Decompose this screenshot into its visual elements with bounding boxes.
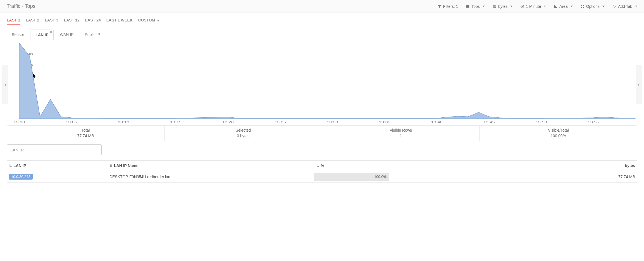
custom-label: CUSTOM (138, 18, 155, 22)
time-tab-last-1-week[interactable]: LAST 1 WEEK (106, 18, 133, 25)
time-tab-last-12[interactable]: LAST 12 (64, 18, 80, 25)
chart-area: ‹ › 5 MB10 MB15 MB20 MB25 MB30 MB13:0013… (0, 40, 644, 124)
table-header-lan-ip[interactable]: ⇅LAN IP (7, 161, 107, 171)
tops-label: Tops (471, 4, 480, 9)
summary-selected: Selected 0 bytes (164, 126, 322, 141)
svg-text:13:00: 13:00 (13, 120, 25, 124)
chevron-down-icon (510, 6, 512, 7)
summary-visible-rows-value: 1 (322, 134, 480, 138)
svg-text:13:50: 13:50 (536, 120, 547, 124)
unit-label: bytes (498, 4, 507, 9)
time-range-tabs: LAST 1 LAST 2 LAST 3 LAST 12 LAST 24 LAS… (0, 13, 644, 25)
table-header-percent[interactable]: ⇅% (314, 161, 389, 171)
cell-lan-ip-name: DESKTOP-F9N354U.redborder.lan (107, 171, 314, 183)
sort-icon: ⇅ (109, 164, 112, 168)
close-icon[interactable]: ✕ (50, 30, 52, 34)
chevron-down-icon (483, 6, 485, 7)
svg-text:13:35: 13:35 (379, 120, 390, 124)
chevron-down-icon (571, 6, 573, 7)
ip-badge[interactable]: 10.0.30.248 (9, 174, 33, 180)
sub-tab-sensor[interactable]: Sensor (7, 30, 29, 40)
chart-icon (554, 4, 558, 8)
svg-text:13:10: 13:10 (118, 120, 129, 124)
tag-icon (612, 4, 616, 8)
clock-icon (520, 4, 524, 8)
th-label: LAN IP (13, 163, 26, 168)
th-label: % (321, 163, 324, 168)
sub-tab-public-ip[interactable]: Public IP (80, 30, 105, 40)
sub-tab-lan-ip[interactable]: LAN IP ✕ (30, 30, 54, 40)
chart-type-label: Area (559, 4, 568, 9)
list-icon (466, 4, 470, 8)
toolbar: Filters: 1 Tops bytes 1 Minute Area (438, 4, 637, 9)
chevron-down-icon (157, 20, 159, 21)
summary-visible-total-value: 100.00% (480, 134, 637, 138)
time-tab-last-24[interactable]: LAST 24 (85, 18, 101, 25)
sort-icon: ⇅ (9, 164, 12, 168)
time-tab-custom[interactable]: CUSTOM (138, 18, 159, 25)
grid-icon (581, 4, 585, 8)
chart-next-button[interactable]: › (636, 65, 642, 104)
svg-text:13:15: 13:15 (170, 120, 182, 124)
time-tab-last-3[interactable]: LAST 3 (45, 18, 58, 25)
sub-tab-label: LAN IP (35, 33, 48, 37)
summary-total-label: Total (7, 128, 164, 134)
summary-selected-label: Selected (164, 128, 322, 134)
filter-icon (438, 4, 442, 8)
filter-input-wrap (7, 144, 637, 155)
summary-visible-total: Visible/Total 100.00% (480, 126, 637, 141)
granularity-dropdown[interactable]: 1 Minute (520, 4, 546, 9)
summary-total-value: 77.74 MB (7, 134, 164, 138)
globe-icon (493, 4, 497, 8)
summary-row: Total 77.74 MB Selected 0 bytes Visible … (7, 125, 637, 141)
chevron-down-icon (635, 6, 637, 7)
table-row[interactable]: 10.0.30.248 DESKTOP-F9N354U.redborder.la… (7, 171, 637, 183)
sub-tab-wan-ip[interactable]: WAN IP (55, 30, 78, 40)
th-label: bytes (625, 163, 635, 168)
page-title: Traffic - Tops (7, 3, 35, 9)
svg-text:13:30: 13:30 (327, 120, 338, 124)
svg-text:13:05: 13:05 (66, 120, 77, 124)
cell-percent: 100.0% (314, 171, 389, 183)
time-tab-last-1[interactable]: LAST 1 (7, 18, 20, 25)
add-tab-button[interactable]: Add Tab (612, 4, 637, 9)
options-dropdown[interactable]: Options (581, 4, 605, 9)
unit-dropdown[interactable]: bytes (493, 4, 512, 9)
add-tab-label: Add Tab (618, 4, 632, 9)
summary-visible-rows: Visible Rows 1 (322, 126, 480, 141)
th-label: LAN IP Name (114, 163, 139, 168)
table-header-lan-ip-name[interactable]: ⇅LAN IP Name (107, 161, 314, 171)
chart-prev-button[interactable]: ‹ (2, 65, 8, 104)
chevron-down-icon (602, 6, 605, 7)
sub-tabs: Sensor LAN IP ✕ WAN IP Public IP (7, 30, 637, 40)
svg-text:13:25: 13:25 (275, 120, 286, 124)
svg-text:13:40: 13:40 (431, 120, 443, 124)
summary-total: Total 77.74 MB (7, 126, 164, 141)
options-label: Options (586, 4, 600, 9)
svg-text:13:55: 13:55 (588, 120, 599, 124)
sort-icon: ⇅ (316, 164, 319, 168)
percent-bar: 100.0% (314, 173, 389, 181)
lan-ip-filter-input[interactable] (7, 144, 102, 155)
table-header-bytes[interactable]: bytes (389, 161, 637, 171)
svg-text:13:20: 13:20 (222, 120, 234, 124)
chevron-down-icon (544, 6, 546, 7)
traffic-chart[interactable]: 5 MB10 MB15 MB20 MB25 MB30 MB13:0013:051… (7, 43, 637, 124)
tops-dropdown[interactable]: Tops (466, 4, 485, 9)
summary-visible-total-label: Visible/Total (480, 128, 637, 134)
data-table: ⇅LAN IP ⇅LAN IP Name ⇅% bytes 10.0.30.24… (7, 160, 637, 183)
svg-point-2 (613, 5, 614, 6)
cell-bytes: 77.74 MB (389, 171, 637, 183)
filters-button[interactable]: Filters: 1 (438, 4, 458, 9)
time-tab-last-2[interactable]: LAST 2 (26, 18, 39, 25)
filters-label: Filters: 1 (443, 4, 458, 9)
granularity-label: 1 Minute (526, 4, 541, 9)
summary-visible-rows-label: Visible Rows (322, 128, 480, 134)
summary-selected-value: 0 bytes (164, 134, 322, 138)
svg-text:13:45: 13:45 (483, 120, 495, 124)
topbar: Traffic - Tops Filters: 1 Tops bytes 1 M… (0, 0, 644, 13)
chart-type-dropdown[interactable]: Area (554, 4, 573, 9)
